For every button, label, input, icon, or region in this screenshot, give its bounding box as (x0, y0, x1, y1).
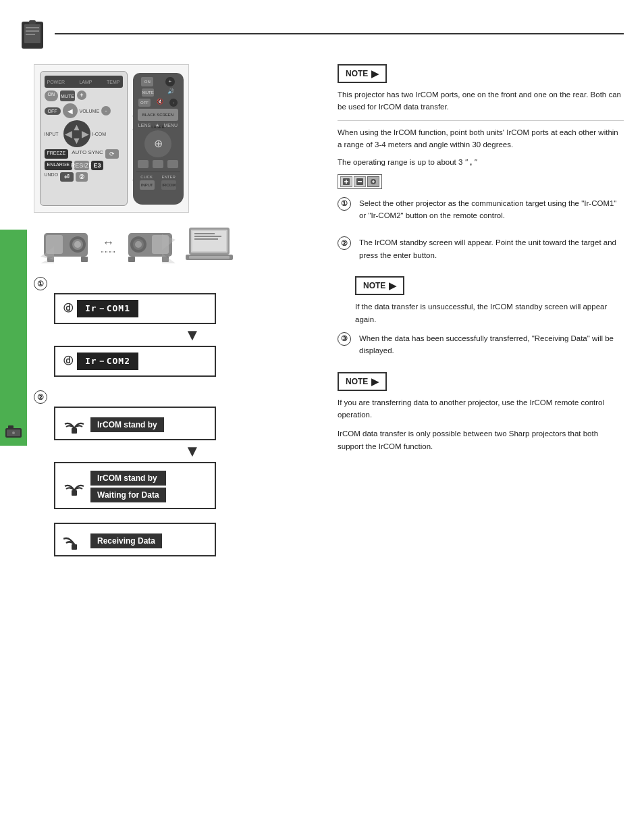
section-1-header: ① (34, 277, 317, 290)
projector-1 (41, 226, 95, 263)
right-item-2: ② The IrCOM standby screen will appear. … (338, 236, 624, 268)
ircom1-display: ⓓ Ir－COM1 (54, 293, 216, 324)
header-icon (20, 20, 45, 47)
right-text-2: The IrCOM standby screen will appear. Po… (359, 236, 624, 261)
left-column: POWER LAMP TEMP ON MUTE + OFF ◀ VOLU (34, 64, 317, 570)
svg-rect-32 (194, 236, 221, 237)
ir-arrows: ↔ " " " " (101, 236, 115, 257)
right-text-1: Select the other projector as the commun… (359, 197, 624, 222)
svg-rect-37 (72, 490, 77, 496)
section-3: Receiving Data (34, 523, 317, 556)
note-section-3: NOTE ▶ If you are transferring data to a… (338, 372, 624, 453)
projector-scene: ↔ " " " " (34, 226, 317, 263)
note-box-2: NOTE ▶ (355, 276, 404, 295)
projector-2 (122, 226, 176, 263)
ircom-standby-text-2: IrCOM stand by (90, 471, 166, 486)
svg-rect-1 (8, 425, 14, 429)
icon-btn-2[interactable] (354, 176, 366, 187)
svg-rect-9 (29, 20, 36, 24)
right-item-3: ③ When the data has been successfully tr… (338, 332, 624, 364)
note-section-1: NOTE ▶ This projector has two IrCOM port… (338, 64, 624, 113)
ircom2-logo: ⓓ Ir－COM2 (63, 353, 207, 370)
sidebar-bottom-icon (4, 424, 23, 439)
receiving-display: Receiving Data (54, 523, 216, 556)
ircom-waiting-display: IrCOM stand by Waiting for Data (54, 462, 216, 509)
ircom-standby-row: IrCOM stand by (63, 413, 207, 434)
ircom1-logo: ⓓ Ir－COM1 (63, 300, 207, 317)
section-2: ② IrCOM stand by (34, 390, 317, 509)
diagrams-row: POWER LAMP TEMP ON MUTE + OFF ◀ VOLU (34, 64, 317, 213)
note-label-3: NOTE (346, 377, 368, 386)
laptop-svg (186, 226, 233, 263)
note-box-1: NOTE ▶ (338, 64, 387, 83)
svg-rect-31 (194, 233, 215, 234)
right-item-2-header: ② The IrCOM standby screen will appear. … (338, 236, 624, 268)
ircom-wireless-icon-2 (63, 475, 85, 496)
divider-1 (338, 120, 624, 121)
ircom-wireless-icon-3 (63, 529, 85, 550)
ircom-waiting-row: IrCOM stand by Waiting for Data (63, 469, 207, 502)
right-item-3-header: ③ When the data has been successfully tr… (338, 332, 624, 364)
receiving-data-text: Receiving Data (90, 533, 162, 548)
note-label-2: NOTE (363, 281, 385, 290)
ircom-waiting-text-group: IrCOM stand by Waiting for Data (90, 469, 166, 502)
header (0, 14, 644, 54)
ircom-standby-text: IrCOM stand by (90, 417, 164, 432)
svg-rect-38 (72, 544, 77, 550)
ircom-waiting-text: Waiting for Data (90, 488, 166, 502)
ircom-standby-label-group: IrCOM stand by (90, 415, 164, 432)
right-item-1: ① Select the other projector as the comm… (338, 197, 624, 229)
ir-caption: " " " " (101, 250, 115, 257)
laptop (186, 226, 233, 263)
page-container: POWER LAMP TEMP ON MUTE + OFF ◀ VOLU (0, 0, 644, 834)
svg-rect-7 (26, 30, 39, 32)
note-arrow-1: ▶ (371, 68, 379, 79)
projector-1-svg (41, 226, 95, 263)
green-sidebar (0, 230, 27, 446)
right-item-1-header: ① Select the other projector as the comm… (338, 197, 624, 229)
right-number-3: ③ (338, 332, 351, 346)
section-1: ① ⓓ Ir－COM1 ▼ ⓓ Ir－COM2 (34, 277, 317, 377)
note-arrow-2: ▶ (389, 280, 396, 291)
section-2-header: ② (34, 390, 317, 404)
icon-btn-1[interactable] (340, 176, 352, 187)
distance-text: The operating range is up to about 3 " ,… (338, 158, 477, 166)
ircom-standby-display: IrCOM stand by (54, 407, 216, 440)
note-text-3: If you are transferring data to another … (338, 396, 624, 421)
right-number-2: ② (338, 236, 351, 250)
receiving-row: Receiving Data (63, 529, 207, 550)
svg-point-22 (135, 241, 142, 248)
note-text-4: IrCOM data transfer is only possible bet… (338, 427, 624, 452)
note-text-extra: If the data transfer is unsuccessful, th… (355, 301, 624, 325)
note-box-3: NOTE ▶ (338, 372, 387, 391)
svg-rect-24 (128, 257, 135, 262)
svg-rect-33 (194, 238, 218, 240)
icon-button-group (338, 174, 382, 189)
svg-rect-41 (358, 181, 362, 182)
remote-control-shape: ON + MUTE 🔊 OFF 🔇 - BLACK SCREEN LASE (133, 73, 184, 205)
svg-point-14 (74, 241, 81, 248)
note-label-1: NOTE (346, 69, 368, 78)
remote-control-diagram: POWER LAMP TEMP ON MUTE + OFF ◀ VOLU (34, 64, 189, 213)
right-column: NOTE ▶ This projector has two IrCOM port… (331, 64, 624, 570)
ircom1-label: Ir－COM1 (77, 300, 138, 317)
svg-rect-36 (72, 428, 77, 434)
note-text-1: This projector has two IrCOM ports, one … (338, 88, 624, 113)
svg-rect-16 (81, 257, 88, 262)
right-text-3: When the data has been successfully tran… (359, 332, 624, 357)
header-line (55, 33, 624, 34)
right-number-1: ① (338, 197, 351, 211)
distance-note: The operating range is up to about 3 " ,… (338, 158, 624, 166)
ircom2-label: Ir－COM2 (77, 353, 138, 370)
svg-point-3 (12, 432, 15, 434)
svg-rect-6 (26, 27, 39, 28)
arrow-down-2: ▼ (68, 442, 317, 461)
svg-rect-8 (26, 34, 35, 35)
svg-rect-35 (189, 256, 230, 259)
note-section-2: NOTE ▶ If the data transfer is unsuccess… (355, 276, 624, 325)
number-2: ② (34, 390, 47, 404)
note-text-2: When using the IrCOM function, point bot… (338, 126, 624, 151)
projector-panel-diagram: POWER LAMP TEMP ON MUTE + OFF ◀ VOLU (40, 71, 128, 206)
icon-btn-3[interactable] (367, 176, 379, 187)
ircom-wireless-icon (63, 413, 85, 434)
